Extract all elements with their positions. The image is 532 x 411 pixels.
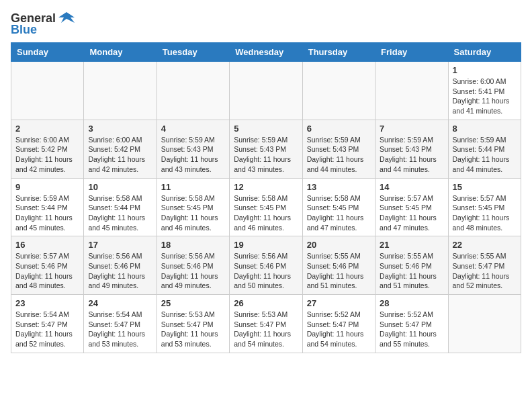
day-number: 19 (234, 240, 298, 250)
day-info: Sunrise: 5:59 AM Sunset: 5:43 PM Dayligh… (380, 135, 443, 175)
day-info: Sunrise: 5:53 AM Sunset: 5:47 PM Dayligh… (161, 310, 225, 349)
calendar-cell: 22Sunrise: 5:55 AM Sunset: 5:47 PM Dayli… (448, 236, 521, 295)
day-info: Sunrise: 6:00 AM Sunset: 5:42 PM Dayligh… (88, 135, 152, 175)
day-info: Sunrise: 5:57 AM Sunset: 5:46 PM Dayligh… (15, 251, 79, 291)
calendar-cell: 26Sunrise: 5:53 AM Sunset: 5:47 PM Dayli… (230, 295, 302, 353)
calendar-cell: 20Sunrise: 5:55 AM Sunset: 5:46 PM Dayli… (302, 236, 375, 295)
calendar-week-3: 9Sunrise: 5:59 AM Sunset: 5:44 PM Daylig… (11, 178, 521, 236)
day-info: Sunrise: 5:54 AM Sunset: 5:47 PM Dayligh… (88, 310, 152, 349)
calendar-cell: 18Sunrise: 5:56 AM Sunset: 5:46 PM Dayli… (157, 236, 229, 295)
day-number: 23 (15, 298, 79, 308)
page-header: General Blue (11, 11, 521, 37)
calendar-cell: 4Sunrise: 5:59 AM Sunset: 5:43 PM Daylig… (157, 120, 229, 178)
day-info: Sunrise: 5:59 AM Sunset: 5:44 PM Dayligh… (453, 135, 517, 175)
calendar-cell: 9Sunrise: 5:59 AM Sunset: 5:44 PM Daylig… (11, 178, 84, 236)
day-number: 24 (88, 298, 152, 308)
calendar-cell: 7Sunrise: 5:59 AM Sunset: 5:43 PM Daylig… (375, 120, 448, 178)
day-number: 20 (307, 240, 371, 250)
calendar-cell: 8Sunrise: 5:59 AM Sunset: 5:44 PM Daylig… (448, 120, 521, 178)
day-info: Sunrise: 6:00 AM Sunset: 5:41 PM Dayligh… (453, 77, 517, 116)
calendar-week-2: 2Sunrise: 6:00 AM Sunset: 5:42 PM Daylig… (11, 120, 521, 178)
day-info: Sunrise: 5:56 AM Sunset: 5:46 PM Dayligh… (234, 251, 298, 291)
calendar-week-5: 23Sunrise: 5:54 AM Sunset: 5:47 PM Dayli… (11, 295, 521, 353)
day-number: 17 (88, 240, 152, 250)
calendar-cell: 15Sunrise: 5:57 AM Sunset: 5:45 PM Dayli… (448, 178, 521, 236)
calendar-cell: 23Sunrise: 5:54 AM Sunset: 5:47 PM Dayli… (11, 295, 84, 353)
column-header-thursday: Thursday (302, 43, 375, 62)
calendar-cell: 13Sunrise: 5:58 AM Sunset: 5:45 PM Dayli… (302, 178, 375, 236)
column-header-wednesday: Wednesday (230, 43, 302, 62)
calendar-cell: 5Sunrise: 5:59 AM Sunset: 5:43 PM Daylig… (230, 120, 302, 178)
day-info: Sunrise: 5:54 AM Sunset: 5:47 PM Dayligh… (15, 310, 79, 349)
day-number: 7 (380, 124, 443, 134)
day-number: 21 (380, 240, 443, 250)
day-number: 6 (307, 124, 371, 134)
day-info: Sunrise: 5:55 AM Sunset: 5:46 PM Dayligh… (380, 251, 443, 291)
day-info: Sunrise: 5:52 AM Sunset: 5:47 PM Dayligh… (307, 310, 371, 349)
calendar-cell: 14Sunrise: 5:57 AM Sunset: 5:45 PM Dayli… (375, 178, 448, 236)
day-info: Sunrise: 6:00 AM Sunset: 5:42 PM Dayligh… (15, 135, 79, 175)
calendar-table: SundayMondayTuesdayWednesdayThursdayFrid… (11, 42, 521, 353)
day-number: 18 (161, 240, 225, 250)
calendar-cell (302, 62, 375, 120)
day-info: Sunrise: 5:52 AM Sunset: 5:47 PM Dayligh… (380, 310, 443, 349)
day-info: Sunrise: 5:58 AM Sunset: 5:45 PM Dayligh… (161, 193, 225, 233)
day-info: Sunrise: 5:57 AM Sunset: 5:45 PM Dayligh… (380, 193, 443, 233)
calendar-cell: 10Sunrise: 5:58 AM Sunset: 5:44 PM Dayli… (84, 178, 157, 236)
logo: General Blue (11, 11, 76, 37)
calendar-week-4: 16Sunrise: 5:57 AM Sunset: 5:46 PM Dayli… (11, 236, 521, 295)
calendar-cell: 27Sunrise: 5:52 AM Sunset: 5:47 PM Dayli… (302, 295, 375, 353)
column-header-tuesday: Tuesday (157, 43, 229, 62)
calendar-cell: 21Sunrise: 5:55 AM Sunset: 5:46 PM Dayli… (375, 236, 448, 295)
day-info: Sunrise: 5:58 AM Sunset: 5:44 PM Dayligh… (88, 193, 152, 233)
calendar-cell (157, 62, 229, 120)
day-number: 28 (380, 298, 443, 308)
day-number: 8 (453, 124, 517, 134)
logo-blue-text: Blue (11, 23, 37, 37)
calendar-cell: 16Sunrise: 5:57 AM Sunset: 5:46 PM Dayli… (11, 236, 84, 295)
day-info: Sunrise: 5:59 AM Sunset: 5:43 PM Dayligh… (234, 135, 298, 175)
day-info: Sunrise: 5:56 AM Sunset: 5:46 PM Dayligh… (161, 251, 225, 291)
day-number: 13 (307, 182, 371, 192)
calendar-cell: 17Sunrise: 5:56 AM Sunset: 5:46 PM Dayli… (84, 236, 157, 295)
calendar-cell (375, 62, 448, 120)
day-info: Sunrise: 5:55 AM Sunset: 5:46 PM Dayligh… (307, 251, 371, 291)
day-info: Sunrise: 5:59 AM Sunset: 5:43 PM Dayligh… (307, 135, 371, 175)
calendar-cell (448, 295, 521, 353)
calendar-cell: 2Sunrise: 6:00 AM Sunset: 5:42 PM Daylig… (11, 120, 84, 178)
column-header-friday: Friday (375, 43, 448, 62)
day-number: 22 (453, 240, 517, 250)
calendar-cell: 1Sunrise: 6:00 AM Sunset: 5:41 PM Daylig… (448, 62, 521, 120)
day-number: 25 (161, 298, 225, 308)
column-header-monday: Monday (84, 43, 157, 62)
calendar-cell: 25Sunrise: 5:53 AM Sunset: 5:47 PM Dayli… (157, 295, 229, 353)
day-info: Sunrise: 5:55 AM Sunset: 5:47 PM Dayligh… (453, 251, 517, 291)
svg-marker-0 (58, 12, 75, 23)
day-info: Sunrise: 5:57 AM Sunset: 5:45 PM Dayligh… (453, 193, 517, 233)
day-number: 12 (234, 182, 298, 192)
calendar-header-row: SundayMondayTuesdayWednesdayThursdayFrid… (11, 43, 521, 62)
calendar-week-1: 1Sunrise: 6:00 AM Sunset: 5:41 PM Daylig… (11, 62, 521, 120)
day-info: Sunrise: 5:59 AM Sunset: 5:44 PM Dayligh… (15, 193, 79, 233)
day-info: Sunrise: 5:58 AM Sunset: 5:45 PM Dayligh… (234, 193, 298, 233)
day-number: 16 (15, 240, 79, 250)
day-number: 2 (15, 124, 79, 134)
calendar-cell: 6Sunrise: 5:59 AM Sunset: 5:43 PM Daylig… (302, 120, 375, 178)
day-number: 1 (453, 65, 517, 75)
column-header-sunday: Sunday (11, 43, 84, 62)
day-number: 4 (161, 124, 225, 134)
day-info: Sunrise: 5:53 AM Sunset: 5:47 PM Dayligh… (234, 310, 298, 349)
day-number: 9 (15, 182, 79, 192)
day-info: Sunrise: 5:59 AM Sunset: 5:43 PM Dayligh… (161, 135, 225, 175)
calendar-cell (230, 62, 302, 120)
day-number: 15 (453, 182, 517, 192)
calendar-cell: 11Sunrise: 5:58 AM Sunset: 5:45 PM Dayli… (157, 178, 229, 236)
column-header-saturday: Saturday (448, 43, 521, 62)
day-info: Sunrise: 5:58 AM Sunset: 5:45 PM Dayligh… (307, 193, 371, 233)
calendar-cell: 3Sunrise: 6:00 AM Sunset: 5:42 PM Daylig… (84, 120, 157, 178)
calendar-cell (84, 62, 157, 120)
logo-bird-icon (57, 11, 76, 26)
day-number: 5 (234, 124, 298, 134)
day-number: 14 (380, 182, 443, 192)
day-number: 26 (234, 298, 298, 308)
